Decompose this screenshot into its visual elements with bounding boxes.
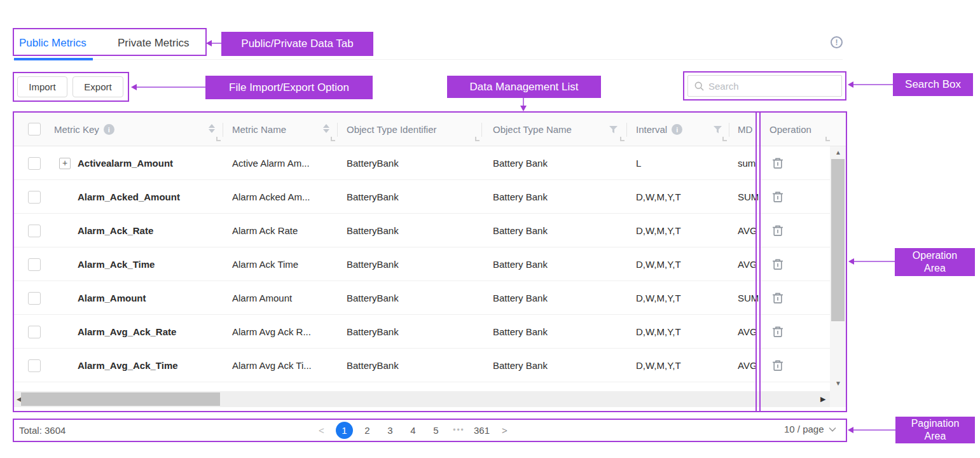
md-cell: SUM xyxy=(738,281,767,315)
import-button[interactable]: Import xyxy=(17,76,67,97)
scroll-right-icon[interactable]: ▶ xyxy=(820,396,825,402)
pager-page-2[interactable]: 2 xyxy=(359,422,376,439)
search-input[interactable]: Search xyxy=(687,75,842,97)
interval-cell: D,W,M,Y,T xyxy=(636,214,681,247)
pager-page-3[interactable]: 3 xyxy=(382,422,399,439)
column-header-interval[interactable]: Interval i xyxy=(636,113,682,146)
delete-icon[interactable] xyxy=(772,157,783,169)
scroll-down-icon[interactable]: ▼ xyxy=(835,380,841,387)
column-label: Object Type Name xyxy=(493,124,572,135)
pager-ellipsis[interactable]: ••• xyxy=(450,422,467,439)
annotation-search-text: Search Box xyxy=(905,78,961,91)
tab-public-metrics[interactable]: Public Metrics xyxy=(19,37,86,50)
row-checkbox[interactable] xyxy=(28,191,41,204)
table-row: + Activealarm_Amount Active Alarm Am... … xyxy=(14,146,830,180)
column-header-operation[interactable]: Operation xyxy=(770,113,811,146)
scroll-up-icon[interactable]: ▲ xyxy=(835,149,841,156)
annotation-list-label: Data Management List xyxy=(447,76,601,98)
row-checkbox[interactable] xyxy=(28,157,41,170)
info-circle-icon[interactable]: ! xyxy=(831,36,843,48)
delete-icon[interactable] xyxy=(772,258,783,270)
metric-key-cell: Activealarm_Amount xyxy=(78,146,173,180)
metric-name-cell: Alarm Avg Res... xyxy=(232,382,303,391)
table-header: Metric Key i Metric Name Object Type Ide… xyxy=(14,113,846,146)
annotation-list-arrowhead xyxy=(520,106,527,111)
table-row: + Alarm_Amount Alarm Amount BatteryBank … xyxy=(14,281,830,315)
annotation-operation-label: Operation Area xyxy=(895,248,975,276)
column-label: Operation xyxy=(770,124,811,135)
interval-cell: D,W,M,Y,T xyxy=(636,180,681,214)
delete-icon[interactable] xyxy=(772,359,783,371)
table-row: + Alarm_Ack_Time Alarm Ack Time BatteryB… xyxy=(14,247,830,281)
annotation-import-export-label: File Import/Export Option xyxy=(205,76,373,99)
pager-next-button[interactable]: > xyxy=(496,422,513,439)
annotation-tab-arrow-line xyxy=(210,43,221,44)
delete-icon[interactable] xyxy=(772,326,783,338)
table-body: + Activealarm_Amount Active Alarm Am... … xyxy=(14,146,830,391)
delete-icon[interactable] xyxy=(772,292,783,304)
object-type-name-filter-icon[interactable] xyxy=(609,126,618,134)
object-type-name-cell: Battery Bank xyxy=(493,214,548,247)
metric-name-cell: Alarm Ack Time xyxy=(232,247,298,281)
annotation-import-export-arrowhead xyxy=(131,84,137,90)
row-checkbox[interactable] xyxy=(28,292,41,305)
export-button[interactable]: Export xyxy=(72,76,123,97)
md-cell: SUM xyxy=(738,180,767,214)
pager-page-1[interactable]: 1 xyxy=(336,422,353,439)
column-label: Metric Name xyxy=(232,124,286,135)
object-type-identifier-cell: BatteryBank xyxy=(347,146,399,180)
column-header-metric-key[interactable]: Metric Key i xyxy=(54,113,114,146)
tab-private-metrics[interactable]: Private Metrics xyxy=(118,37,189,50)
row-checkbox[interactable] xyxy=(28,326,41,338)
column-header-metric-name[interactable]: Metric Name xyxy=(232,113,286,146)
pager-last-page[interactable]: 361 xyxy=(473,422,490,439)
interval-filter-icon[interactable] xyxy=(714,126,722,134)
md-cell: AVG xyxy=(738,214,767,247)
row-checkbox[interactable] xyxy=(28,258,41,271)
column-header-object-type-name[interactable]: Object Type Name xyxy=(493,113,572,146)
page-size-select[interactable]: 10 / page xyxy=(784,424,836,434)
row-checkbox[interactable] xyxy=(28,225,41,237)
metric-key-info-icon[interactable]: i xyxy=(104,124,114,135)
delete-icon[interactable] xyxy=(772,191,783,203)
chevron-down-icon xyxy=(829,427,836,432)
object-type-identifier-cell: BatteryBank xyxy=(347,247,399,281)
tabbar-divider xyxy=(13,59,843,60)
metric-key-cell: Alarm_Ack_Rate xyxy=(78,214,153,247)
expand-icon[interactable]: + xyxy=(59,158,71,169)
horizontal-scrollbar-thumb[interactable] xyxy=(21,392,220,406)
metric-key-sort-icon[interactable] xyxy=(209,124,215,133)
delete-icon[interactable] xyxy=(772,225,783,237)
table-row: + Alarm_Ack_Rate Alarm Ack Rate BatteryB… xyxy=(14,214,830,247)
search-icon xyxy=(694,81,704,91)
interval-cell: L xyxy=(636,146,641,180)
object-type-name-cell: Battery Bank xyxy=(493,349,548,382)
metric-name-cell: Alarm Avg Ack Ti... xyxy=(232,349,312,382)
annotation-search-arrowhead xyxy=(848,81,853,88)
metric-name-sort-icon[interactable] xyxy=(323,124,329,133)
annotation-search-arrow-line xyxy=(852,84,893,85)
object-type-name-cell: Battery Bank xyxy=(493,180,548,214)
object-type-identifier-cell: BatteryBank xyxy=(347,315,399,349)
pager-page-5[interactable]: 5 xyxy=(427,422,445,439)
pager-page-4[interactable]: 4 xyxy=(404,422,422,439)
select-all-checkbox[interactable] xyxy=(28,123,41,135)
metric-key-cell: Alarm_Amount xyxy=(78,281,146,315)
object-type-identifier-cell: BatteryBank xyxy=(347,349,399,382)
column-header-md[interactable]: MD xyxy=(738,113,752,146)
row-checkbox[interactable] xyxy=(28,359,41,372)
vertical-scrollbar-thumb[interactable] xyxy=(831,159,845,321)
column-label: Metric Key xyxy=(54,124,99,135)
search-placeholder: Search xyxy=(708,81,739,92)
operation-annotation-inner-line xyxy=(759,113,761,411)
annotation-pagination-arrowhead xyxy=(848,427,853,433)
annotation-search-label: Search Box xyxy=(893,73,973,96)
interval-info-icon[interactable]: i xyxy=(672,124,682,135)
md-cell: AVG xyxy=(738,349,767,382)
annotation-operation-arrowhead xyxy=(848,258,854,265)
column-header-object-type-identifier[interactable]: Object Type Identifier xyxy=(347,113,436,146)
pager-prev-button[interactable]: < xyxy=(313,422,330,439)
metric-name-cell: Alarm Acked Am... xyxy=(232,180,310,214)
metric-key-cell: Alarm_Avg_Ack_Time xyxy=(78,349,178,382)
object-type-name-cell: Battery Bank xyxy=(493,281,548,315)
